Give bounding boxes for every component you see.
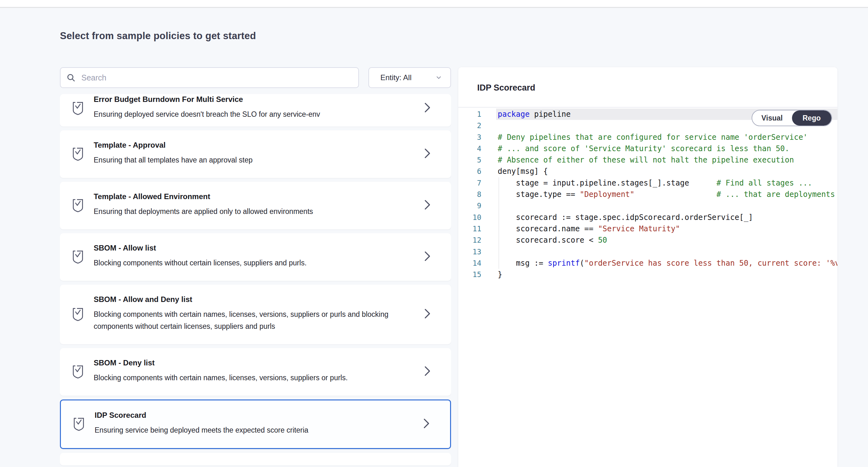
code-text: # ... and score of 'Service Maturity' sc… (496, 143, 837, 154)
line-number: 6 (458, 166, 481, 177)
policy-item-sbom-deny-list[interactable]: SBOM - Deny listBlocking components with… (60, 348, 451, 396)
policy-description: Ensuring deployed service doesn't breach… (94, 108, 413, 120)
chevron-right-icon (423, 250, 432, 263)
chevron-right-icon (423, 307, 432, 320)
line-number: 12 (458, 234, 481, 246)
policy-description: Ensuring service being deployed meets th… (95, 424, 412, 436)
policy-description: Ensuring that all templates have an appr… (94, 154, 413, 166)
code-line-7: 7 stage = input.pipeline.stages[_].stage… (458, 177, 837, 189)
policy-title: Error Budget Burndown For Multi Service (94, 95, 413, 104)
chevron-right-icon (423, 147, 432, 160)
code-text: stage = input.pipeline.stages[_].stage #… (496, 177, 837, 189)
policy-list: Error Budget Burndown For Multi ServiceE… (60, 94, 451, 467)
code-line-9: 9 (458, 200, 837, 211)
chevron-right-icon (422, 417, 431, 430)
line-number: 1 (458, 109, 481, 120)
code-text (496, 200, 837, 211)
line-number: 9 (458, 200, 481, 211)
code-text: msg := sprintf("orderService has score l… (496, 258, 837, 269)
policy-preview-panel: IDP Scorecard 1package pipeline23# Deny … (458, 67, 837, 467)
policy-text: Error Budget Burndown For Multi ServiceE… (94, 95, 423, 120)
code-text: # Absence of either of these will not ha… (496, 154, 837, 166)
policy-title: SBOM - Allow and Deny list (94, 295, 413, 304)
visual-mode-button[interactable]: Visual (752, 111, 792, 125)
policy-title: SBOM - Allow list (94, 243, 413, 253)
chevron-right-icon (423, 101, 432, 114)
rego-code-editor[interactable]: 1package pipeline23# Deny pipelines that… (458, 109, 837, 467)
line-number: 2 (458, 120, 481, 131)
code-text: } (496, 269, 837, 280)
next-policy-card-peek[interactable] (60, 453, 451, 465)
policy-description: Blocking components with certain names, … (94, 308, 413, 332)
policy-title: Template - Allowed Environment (94, 192, 413, 201)
policy-title: IDP Scorecard (95, 410, 412, 420)
preview-policy-title: IDP Scorecard (477, 83, 535, 93)
code-line-12: 12 scorecard.score < 50 (458, 234, 837, 246)
code-line-13: 13 (458, 246, 837, 258)
code-text: stage.type == "Deployment" # ... that ar… (496, 189, 837, 200)
code-line-4: 4# ... and score of 'Service Maturity' s… (458, 143, 837, 154)
top-bar (0, 0, 868, 8)
policy-text: SBOM - Deny listBlocking components with… (94, 358, 423, 384)
policy-text: SBOM - Allow and Deny listBlocking compo… (94, 295, 423, 332)
code-line-11: 11 scorecard.name == "Service Maturity" (458, 223, 837, 234)
policy-item-error-budget-burndown-for-multi-service[interactable]: Error Budget Burndown For Multi ServiceE… (60, 94, 451, 126)
policy-title: SBOM - Deny list (94, 358, 413, 368)
entity-filter-label: Entity: All (380, 73, 412, 82)
search-input[interactable] (81, 73, 352, 83)
policy-shield-check-icon (72, 416, 86, 431)
chevron-right-icon (423, 365, 432, 377)
rego-mode-button[interactable]: Rego (792, 111, 832, 125)
entity-filter-dropdown[interactable]: Entity: All (368, 67, 451, 88)
code-line-15: 15} (458, 269, 837, 280)
code-line-8: 8 stage.type == "Deployment" # ... that … (458, 189, 837, 200)
policy-shield-check-icon (71, 363, 85, 379)
policy-shield-check-icon (71, 197, 85, 212)
code-text: # Deny pipelines that are configured for… (496, 132, 837, 143)
policy-item-idp-scorecard[interactable]: IDP ScorecardEnsuring service being depl… (60, 400, 451, 449)
line-number: 10 (458, 212, 481, 223)
line-number: 14 (458, 258, 481, 269)
code-line-6: 6deny[msg] { (458, 166, 837, 177)
line-number: 11 (458, 223, 481, 234)
line-number: 15 (458, 269, 481, 280)
editor-mode-toggle: Visual Rego (752, 110, 832, 126)
line-number: 3 (458, 132, 481, 143)
code-text: scorecard.name == "Service Maturity" (496, 223, 837, 234)
policy-text: SBOM - Allow listBlocking components wit… (94, 243, 423, 269)
policy-shield-check-icon (71, 249, 85, 264)
policy-item-template-allowed-environment[interactable]: Template - Allowed EnvironmentEnsuring t… (60, 182, 451, 229)
code-text: scorecard.score < 50 (496, 234, 837, 246)
line-number: 8 (458, 189, 481, 200)
line-number: 4 (458, 143, 481, 154)
divider (458, 107, 837, 108)
policy-sample-screen: Select from sample policies to get start… (0, 0, 868, 467)
policy-shield-check-icon (71, 306, 85, 321)
page-title: Select from sample policies to get start… (60, 30, 256, 42)
policy-text: Template - Allowed EnvironmentEnsuring t… (94, 192, 423, 217)
policy-item-sbom-allow-list[interactable]: SBOM - Allow listBlocking components wit… (60, 233, 451, 281)
policy-item-sbom-allow-and-deny-list[interactable]: SBOM - Allow and Deny listBlocking compo… (60, 285, 451, 344)
policy-shield-check-icon (71, 146, 85, 161)
policy-text: IDP ScorecardEnsuring service being depl… (95, 410, 422, 436)
code-line-3: 3# Deny pipelines that are configured fo… (458, 132, 837, 143)
line-number: 5 (458, 154, 481, 166)
code-text (496, 246, 837, 258)
chevron-right-icon (423, 199, 432, 211)
policy-text: Template - ApprovalEnsuring that all tem… (94, 140, 423, 166)
policy-description: Blocking components with certain names, … (94, 372, 413, 384)
policy-item-template-approval[interactable]: Template - ApprovalEnsuring that all tem… (60, 130, 451, 178)
indent-guide (499, 177, 499, 269)
code-line-10: 10 scorecard := stage.spec.idpScorecard.… (458, 212, 837, 223)
code-text: scorecard := stage.spec.idpScorecard.ord… (496, 212, 837, 223)
search-icon (66, 73, 76, 82)
policy-shield-check-icon (71, 100, 85, 115)
policy-description: Ensuring that deployments are applied on… (94, 205, 413, 217)
policy-title: Template - Approval (94, 140, 413, 150)
line-number: 7 (458, 177, 481, 189)
code-line-14: 14 msg := sprintf("orderService has scor… (458, 258, 837, 269)
code-text: deny[msg] { (496, 166, 837, 177)
code-line-5: 5# Absence of either of these will not h… (458, 154, 837, 166)
search-box[interactable] (60, 67, 359, 88)
chevron-down-icon (435, 74, 442, 81)
